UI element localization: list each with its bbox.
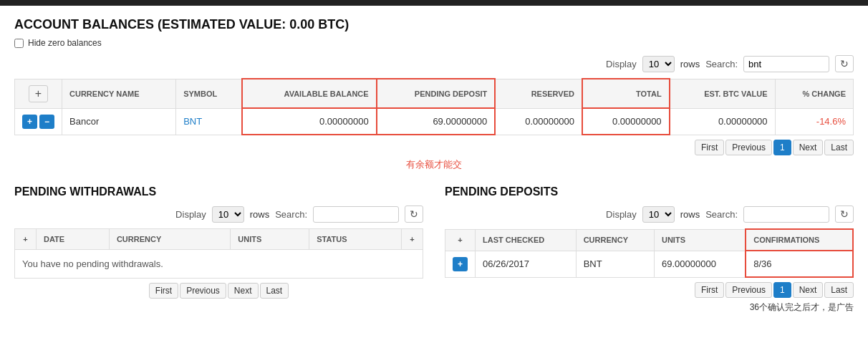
withdrawals-controls: Display 10 25 50 rows Search: ↻ xyxy=(14,205,423,223)
pd-search-input[interactable] xyxy=(743,206,829,223)
pd-display-select[interactable]: 10 25 50 xyxy=(642,206,675,223)
two-sections: PENDING WITHDRAWALS Display 10 25 50 row… xyxy=(14,185,854,314)
add-col-button[interactable]: + xyxy=(29,85,48,102)
pd-search-label: Search: xyxy=(705,209,738,220)
pd-display-label: Display xyxy=(606,209,637,220)
account-balances-controls: Display 10 25 50 rows Search: ↻ xyxy=(14,55,854,72)
pd-last-button[interactable]: Last xyxy=(824,282,854,298)
hide-zero-container: Hide zero balances xyxy=(14,38,854,48)
pd-row-add-button[interactable]: + xyxy=(453,257,468,271)
wd-first-button[interactable]: First xyxy=(149,283,178,299)
deposits-controls: Display 10 25 50 rows Search: ↻ xyxy=(445,205,854,223)
pending-withdrawals-section: PENDING WITHDRAWALS Display 10 25 50 row… xyxy=(14,185,423,314)
wd-search-input[interactable] xyxy=(313,206,399,223)
display-label: Display xyxy=(606,59,637,69)
pd-row-units: 69.00000000 xyxy=(654,251,746,277)
col-reserved: RESERVED xyxy=(495,79,582,108)
pending-withdrawals-title: PENDING WITHDRAWALS xyxy=(14,185,423,198)
pd-col-last-checked: LAST CHECKED xyxy=(476,229,577,251)
pd-previous-button[interactable]: Previous xyxy=(725,282,772,298)
row-pending-deposit: 69.00000000 xyxy=(377,108,496,135)
next-page-button[interactable]: Next xyxy=(793,140,824,155)
account-refresh-button[interactable]: ↻ xyxy=(835,55,854,72)
col-currency-name: CURRENCY NAME xyxy=(62,79,176,108)
col-change: % CHANGE xyxy=(775,79,853,108)
wd-display-select[interactable]: 10 25 50 xyxy=(212,206,244,223)
pd-row-last-checked: 06/26/2017 xyxy=(476,251,577,277)
pd-refresh-button[interactable]: ↻ xyxy=(835,205,854,223)
symbol-link[interactable]: BNT xyxy=(183,116,202,127)
previous-page-button[interactable]: Previous xyxy=(725,140,772,155)
wd-no-data-row: You have no pending withdrawals. xyxy=(15,250,423,279)
col-symbol: SYMBOL xyxy=(176,79,242,108)
pd-pagination: First Previous 1 Next Last xyxy=(445,282,854,298)
row-symbol: BNT xyxy=(176,108,242,135)
col-pending-deposit: PENDING DEPOSIT xyxy=(377,79,496,108)
col-est-btc: EST. BTC VALUE xyxy=(670,79,775,108)
hide-zero-checkbox[interactable] xyxy=(14,39,24,48)
chinese-note-1: 有余额才能交 xyxy=(14,158,854,171)
pd-rows-label: rows xyxy=(680,209,700,220)
wd-rows-label: rows xyxy=(250,209,269,220)
wd-col-units: UNITS xyxy=(231,229,309,250)
pd-col-currency: CURRENCY xyxy=(576,229,654,251)
wd-col-plus2: + xyxy=(402,229,423,250)
wd-col-currency: CURRENCY xyxy=(109,229,230,250)
deposits-table: + LAST CHECKED CURRENCY UNITS CONFIRMATI… xyxy=(445,228,854,278)
pd-row-confirmations: 8/36 xyxy=(746,251,853,277)
last-page-button[interactable]: Last xyxy=(824,140,854,155)
hide-zero-label: Hide zero balances xyxy=(28,38,102,48)
wd-col-plus: + xyxy=(15,229,37,250)
wd-col-status: STATUS xyxy=(309,229,402,250)
search-label: Search: xyxy=(705,59,738,69)
pending-deposits-section: PENDING DEPOSITS Display 10 25 50 rows S… xyxy=(445,185,854,314)
table-row: + − Bancor BNT 0.00000000 69.00000000 0.… xyxy=(15,108,854,135)
account-balances-title: ACCOUNT BALANCES (ESTIMATED VALUE: 0.00 … xyxy=(14,17,854,32)
wd-refresh-button[interactable]: ↻ xyxy=(405,205,423,223)
row-change: -14.6% xyxy=(775,108,853,135)
row-est-btc: 0.00000000 xyxy=(670,108,775,135)
row-add-button[interactable]: + xyxy=(22,115,37,129)
pd-col-units: UNITS xyxy=(654,229,746,251)
pd-row-actions: + xyxy=(445,251,476,277)
wd-search-label: Search: xyxy=(275,209,307,220)
col-plus: + xyxy=(15,79,62,108)
chinese-note-2: 36个确认完之后才，是广告 xyxy=(445,301,854,314)
chinese-note-2-text: 36个确认完之后才，是广告 xyxy=(750,302,854,312)
pd-table-row: + 06/26/2017 BNT 69.00000000 8/36 xyxy=(445,251,854,277)
account-balances-pagination: First Previous 1 Next Last xyxy=(14,140,854,155)
display-select[interactable]: 10 25 50 xyxy=(642,56,675,72)
pd-first-button[interactable]: First xyxy=(695,282,724,298)
wd-pagination: First Previous Next Last xyxy=(14,283,423,299)
row-reserved: 0.00000000 xyxy=(495,108,582,135)
row-currency-name: Bancor xyxy=(62,108,176,135)
current-page-button[interactable]: 1 xyxy=(773,140,791,155)
withdrawals-table: + DATE CURRENCY UNITS STATUS + You have … xyxy=(14,228,423,279)
row-actions: + − xyxy=(15,108,62,135)
account-balances-table: + CURRENCY NAME SYMBOL AVAILABLE BALANCE… xyxy=(14,78,854,135)
pending-deposits-title: PENDING DEPOSITS xyxy=(445,185,854,198)
row-total: 0.00000000 xyxy=(582,108,670,135)
pd-row-currency: BNT xyxy=(576,251,654,277)
pd-current-page[interactable]: 1 xyxy=(773,282,791,298)
wd-no-data: You have no pending withdrawals. xyxy=(15,250,423,279)
wd-previous-button[interactable]: Previous xyxy=(180,283,226,299)
pd-col-plus: + xyxy=(445,229,476,251)
account-search-input[interactable] xyxy=(743,56,829,72)
rows-label: rows xyxy=(680,59,700,69)
wd-next-button[interactable]: Next xyxy=(228,283,259,299)
wd-col-date: DATE xyxy=(37,229,110,250)
pd-next-button[interactable]: Next xyxy=(793,282,824,298)
first-page-button[interactable]: First xyxy=(695,140,724,155)
wd-display-label: Display xyxy=(175,209,206,220)
row-available-balance: 0.00000000 xyxy=(242,108,377,135)
wd-last-button[interactable]: Last xyxy=(260,283,289,299)
pd-col-confirmations: CONFIRMATIONS xyxy=(746,229,853,251)
col-available-balance: AVAILABLE BALANCE xyxy=(242,79,377,108)
row-remove-button[interactable]: − xyxy=(39,115,54,129)
col-total: TOTAL xyxy=(582,79,670,108)
